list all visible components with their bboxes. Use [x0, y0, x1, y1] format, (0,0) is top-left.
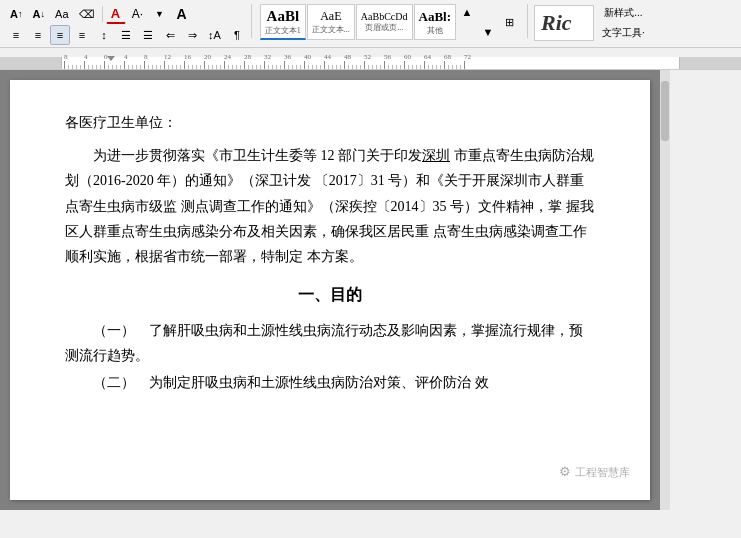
sep-main1 [251, 4, 252, 38]
font-dropdown-btn[interactable]: ▼ [150, 4, 170, 24]
doc-content: 各医疗卫生单位： 为进一步贯彻落实《市卫生计生委等 12 部门关于印发深圳 市重… [65, 110, 595, 395]
font-size-increase-btn[interactable]: A↑ [6, 4, 27, 24]
v-scroll-thumb[interactable] [661, 81, 669, 141]
doc-area: 各医疗卫生单位： 为进一步贯彻落实《市卫生计生委等 12 部门关于印发深圳 市重… [0, 70, 660, 510]
line-spacing-btn[interactable]: ↕ [94, 25, 114, 45]
doc-sub-para2: （二）为制定肝吸虫病和土源性线虫病防治对策、评价防治 效 [65, 370, 595, 395]
doc-heading1: 一、目的 [65, 281, 595, 310]
ric-style-box[interactable]: Ric [534, 5, 594, 41]
watermark-text: 工程智慧库 [575, 465, 630, 480]
show-formatting-btn[interactable]: ¶ [227, 25, 247, 45]
doc-sub-para1: （一）了解肝吸虫病和土源性线虫病流行动态及影响因素，掌握流行规律，预测流行趋势。 [65, 318, 595, 368]
sep-main2 [527, 4, 528, 38]
indent-increase-btn[interactable]: ⇒ [182, 25, 202, 45]
align-left-btn[interactable]: ≡ [6, 25, 26, 45]
styles-scroll-down-btn[interactable]: ▼ [478, 24, 498, 40]
bullets-btn[interactable]: ☰ [116, 25, 136, 45]
justify-btn[interactable]: ≡ [72, 25, 92, 45]
numbering-btn[interactable]: ☰ [138, 25, 158, 45]
ruler: 8 4 0 4 [0, 48, 741, 70]
align-right-btn[interactable]: ≡ [28, 25, 48, 45]
sort-btn[interactable]: ↕A [204, 25, 225, 45]
style-aabl2[interactable]: AaBl: 其他 [414, 4, 457, 40]
text-tool-btn[interactable]: 文字工具· [598, 24, 649, 42]
style-normal-text1[interactable]: AaBl 正文文本1 [260, 4, 306, 40]
toolbar-right-group: Ric 新样式... 文字工具· [534, 4, 649, 42]
styles-expand-btn[interactable]: ⊞ [499, 4, 519, 40]
style-normal-text2[interactable]: AaE 正文文本... [307, 4, 355, 40]
watermark-gear-icon: ⚙ [559, 464, 571, 480]
styles-scroll-up-btn[interactable]: ▲ [457, 4, 477, 20]
sep1 [102, 6, 103, 22]
font-color-A-btn[interactable]: A [106, 4, 126, 24]
clear-format-btn[interactable]: ⌫ [75, 4, 99, 24]
indent-decrease-btn[interactable]: ⇐ [160, 25, 180, 45]
doc-greeting: 各医疗卫生单位： [65, 110, 595, 135]
highlight-btn[interactable]: A· [128, 4, 148, 24]
toolbar: A↑ A↓ Aa ⌫ A A· ▼ A ≡ ≡ ≡ ≡ ↕ ☰ ☰ ⇐ ⇒ ↕A… [0, 0, 741, 48]
change-case-btn[interactable]: Aa [51, 4, 72, 24]
style-boxes-group: AaBl 正文文本1 AaE 正文文本... AaBbCcDd 页眉或页... … [260, 4, 519, 40]
font-size-decrease-btn[interactable]: A↓ [29, 4, 50, 24]
doc-para1: 为进一步贯彻落实《市卫生计生委等 12 部门关于印发深圳 市重点寄生虫病防治规划… [65, 143, 595, 269]
scroll-container: 各医疗卫生单位： 为进一步贯彻落实《市卫生计生委等 12 部门关于印发深圳 市重… [0, 70, 741, 510]
doc-watermark: ⚙ 工程智慧库 [559, 464, 630, 480]
ric-text: Ric [541, 10, 572, 36]
style-heading-page[interactable]: AaBbCcDd 页眉或页... [356, 4, 413, 40]
new-style-btn[interactable]: 新样式... [598, 4, 649, 22]
font-format-group: A↑ A↓ Aa ⌫ A A· ▼ A ≡ ≡ ≡ ≡ ↕ ☰ ☰ ⇐ ⇒ ↕A… [6, 4, 247, 45]
v-scrollbar[interactable] [660, 70, 670, 510]
font-A-large-btn[interactable]: A [172, 4, 192, 24]
align-center-btn[interactable]: ≡ [50, 25, 70, 45]
doc-page: 各医疗卫生单位： 为进一步贯彻落实《市卫生计生委等 12 部门关于印发深圳 市重… [10, 80, 650, 500]
